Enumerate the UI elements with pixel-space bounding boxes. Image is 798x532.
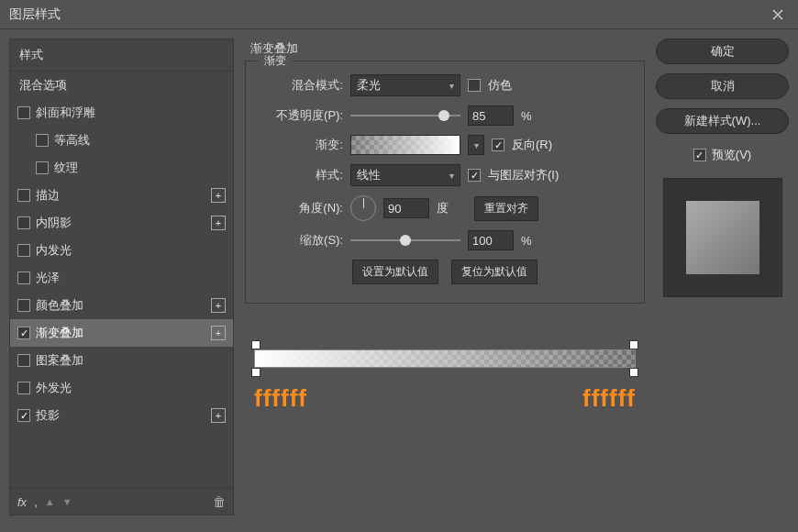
style-label: 斜面和浮雕 xyxy=(36,105,95,121)
sidebar-footer: fx , ▲ ▼ 🗑 xyxy=(10,488,233,515)
gradient-panel: 渐变 混合模式: 柔光 ▾ 仿色 不透明度(P): 85 % 渐变: xyxy=(245,61,645,304)
style-item-5[interactable]: 内发光 xyxy=(10,237,233,264)
reset-default-button[interactable]: 复位为默认值 xyxy=(451,260,538,284)
preview-label: 预览(V) xyxy=(712,147,751,163)
blending-options[interactable]: 混合选项 xyxy=(10,72,233,99)
blend-mode-select[interactable]: 柔光 ▾ xyxy=(350,74,460,96)
style-checkbox[interactable] xyxy=(36,161,49,174)
angle-label: 角度(N): xyxy=(260,200,343,216)
reverse-label: 反向(R) xyxy=(512,137,552,153)
style-label: 纹理 xyxy=(54,160,78,176)
angle-dial[interactable] xyxy=(350,195,376,221)
dither-checkbox[interactable] xyxy=(468,79,481,92)
reset-align-button[interactable]: 重置对齐 xyxy=(474,196,538,221)
style-label: 渐变叠加 xyxy=(36,325,83,341)
window-title: 图层样式 xyxy=(9,6,767,23)
scale-label: 缩放(S): xyxy=(260,232,343,249)
annotation-left: ffffff xyxy=(254,384,307,413)
style-item-6[interactable]: 光泽 xyxy=(10,264,233,292)
style-item-11[interactable]: 投影+ xyxy=(10,402,233,429)
style-list: 斜面和浮雕等高线纹理描边+内阴影+内发光光泽颜色叠加+渐变叠加+图案叠加外发光投… xyxy=(10,99,233,488)
gradient-label: 渐变: xyxy=(260,137,343,153)
angle-unit: 度 xyxy=(437,200,449,216)
color-stop-right[interactable] xyxy=(629,368,638,377)
style-label: 描边 xyxy=(36,187,60,204)
style-checkbox[interactable] xyxy=(17,189,30,202)
opacity-stop-right[interactable] xyxy=(629,340,638,349)
annotation-right: ffffff xyxy=(582,384,636,413)
style-label: 样式: xyxy=(260,167,343,183)
main-panel: 渐变叠加 渐变 混合模式: 柔光 ▾ 仿色 不透明度(P): 85 % xyxy=(245,39,645,515)
gradient-preview[interactable] xyxy=(350,135,460,155)
align-checkbox[interactable] xyxy=(468,169,481,182)
gradient-bar[interactable] xyxy=(254,349,636,368)
titlebar: 图层样式 xyxy=(0,0,798,29)
preview-swatch xyxy=(686,201,759,274)
panel-label: 渐变 xyxy=(259,53,292,69)
style-checkbox[interactable] xyxy=(17,409,30,422)
right-panel: 确定 取消 新建样式(W)... 预览(V) xyxy=(656,39,789,515)
plus-icon[interactable]: + xyxy=(211,408,226,423)
arrow-down-icon[interactable]: ▼ xyxy=(62,496,72,507)
scale-slider[interactable] xyxy=(350,231,460,249)
style-label: 等高线 xyxy=(54,132,90,149)
preview-box xyxy=(663,178,782,297)
style-checkbox[interactable] xyxy=(17,354,30,367)
style-label: 外发光 xyxy=(36,380,72,396)
plus-icon[interactable]: + xyxy=(211,188,226,203)
sidebar-header: 样式 xyxy=(10,39,233,72)
opacity-stop-left[interactable] xyxy=(251,340,260,349)
angle-input[interactable]: 90 xyxy=(383,198,429,218)
style-checkbox[interactable] xyxy=(17,327,30,339)
style-item-9[interactable]: 图案叠加 xyxy=(10,347,233,374)
scale-input[interactable]: 100 xyxy=(468,230,514,250)
style-label: 图案叠加 xyxy=(36,352,83,369)
plus-icon[interactable]: + xyxy=(211,298,226,313)
cancel-button[interactable]: 取消 xyxy=(656,73,789,99)
style-label: 投影 xyxy=(36,407,60,424)
plus-icon[interactable]: + xyxy=(211,326,226,340)
style-checkbox[interactable] xyxy=(17,272,30,284)
style-item-4[interactable]: 内阴影+ xyxy=(10,209,233,237)
style-item-7[interactable]: 颜色叠加+ xyxy=(10,292,233,319)
plus-icon[interactable]: + xyxy=(211,216,226,230)
style-checkbox[interactable] xyxy=(17,106,30,119)
section-title: 渐变叠加 xyxy=(245,39,645,61)
new-style-button[interactable]: 新建样式(W)... xyxy=(656,108,789,134)
style-label: 内阴影 xyxy=(36,215,72,231)
preview-checkbox[interactable] xyxy=(693,149,706,161)
style-label: 内发光 xyxy=(36,242,72,259)
style-label: 光泽 xyxy=(36,270,60,286)
style-item-8[interactable]: 渐变叠加+ xyxy=(10,319,233,347)
arrow-up-icon[interactable]: ▲ xyxy=(45,496,55,507)
style-checkbox[interactable] xyxy=(17,244,30,257)
close-icon[interactable] xyxy=(767,4,789,26)
set-default-button[interactable]: 设置为默认值 xyxy=(352,260,438,284)
style-item-1[interactable]: 等高线 xyxy=(10,127,233,154)
gradient-editor: ffffff ffffff xyxy=(245,349,645,413)
style-select[interactable]: 线性 ▾ xyxy=(350,164,460,186)
style-checkbox[interactable] xyxy=(36,134,49,147)
style-item-2[interactable]: 纹理 xyxy=(10,154,233,182)
style-item-10[interactable]: 外发光 xyxy=(10,374,233,402)
dither-label: 仿色 xyxy=(488,77,512,94)
styles-sidebar: 样式 混合选项 斜面和浮雕等高线纹理描边+内阴影+内发光光泽颜色叠加+渐变叠加+… xyxy=(9,39,234,515)
opacity-input[interactable]: 85 xyxy=(468,105,514,126)
style-label: 颜色叠加 xyxy=(36,297,83,314)
gradient-dropdown[interactable]: ▾ xyxy=(468,135,484,155)
ok-button[interactable]: 确定 xyxy=(656,39,789,64)
align-label: 与图层对齐(I) xyxy=(488,167,559,183)
style-item-0[interactable]: 斜面和浮雕 xyxy=(10,99,233,127)
trash-icon[interactable]: 🗑 xyxy=(213,494,226,509)
chevron-down-icon: ▾ xyxy=(449,171,454,181)
opacity-label: 不透明度(P): xyxy=(260,107,343,124)
color-stop-left[interactable] xyxy=(251,368,260,377)
style-checkbox[interactable] xyxy=(17,299,30,312)
style-item-3[interactable]: 描边+ xyxy=(10,182,233,209)
fx-icon[interactable]: fx xyxy=(17,495,27,509)
blend-mode-label: 混合模式: xyxy=(260,77,343,94)
style-checkbox[interactable] xyxy=(17,216,30,229)
style-checkbox[interactable] xyxy=(17,382,30,394)
reverse-checkbox[interactable] xyxy=(492,139,504,151)
opacity-slider[interactable] xyxy=(350,106,460,125)
